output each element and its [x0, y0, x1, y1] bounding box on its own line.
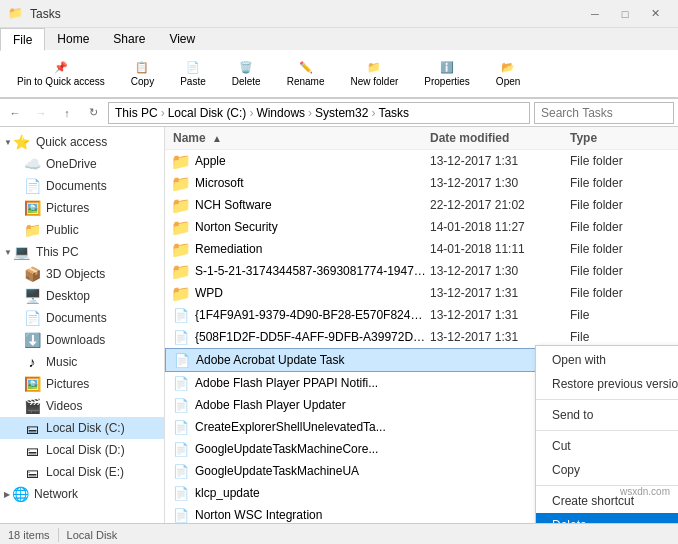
- tab-home[interactable]: Home: [45, 28, 101, 50]
- sidebar-item-local-disk-e[interactable]: 🖴 Local Disk (E:): [0, 461, 164, 483]
- table-row[interactable]: 📁 NCH Software 22-12-2017 21:02 File fol…: [165, 194, 678, 216]
- table-row[interactable]: 📁 S-1-5-21-3174344587-3693081774-194788.…: [165, 260, 678, 282]
- sidebar-item-onedrive[interactable]: ☁️ OneDrive: [0, 153, 164, 175]
- table-row[interactable]: 📄 {1F4F9A91-9379-4D90-BF28-E570F824A80..…: [165, 304, 678, 326]
- search-input[interactable]: [534, 102, 674, 124]
- ribbon-open-button[interactable]: 📂 Open: [487, 57, 529, 91]
- file-name: Adobe Flash Player PPAPI Notifi...: [195, 376, 430, 390]
- file-type: File folder: [570, 242, 670, 256]
- sidebar-group-network[interactable]: ▶ 🌐 Network: [0, 483, 164, 505]
- file-name: klcp_update: [195, 486, 430, 500]
- file-type: File folder: [570, 154, 670, 168]
- file-type: File folder: [570, 198, 670, 212]
- sidebar-label-pictures: Pictures: [46, 201, 89, 215]
- table-row[interactable]: 📁 Microsoft 13-12-2017 1:30 File folder: [165, 172, 678, 194]
- ribbon-paste-button[interactable]: 📄 Paste: [171, 57, 215, 91]
- folder-icon: 📁: [173, 153, 189, 169]
- sidebar-item-pictures-pc[interactable]: 🖼️ Pictures: [0, 373, 164, 395]
- sidebar-item-music[interactable]: ♪ Music: [0, 351, 164, 373]
- table-row[interactable]: 📁 WPD 13-12-2017 1:31 File folder: [165, 282, 678, 304]
- forward-button[interactable]: →: [30, 102, 52, 124]
- ctx-delete[interactable]: Delete: [536, 513, 678, 523]
- minimize-button[interactable]: ─: [580, 3, 610, 25]
- sidebar-label-local-disk-e: Local Disk (E:): [46, 465, 124, 479]
- 3d-objects-icon: 📦: [24, 266, 40, 282]
- file-name: NCH Software: [195, 198, 430, 212]
- ctx-restore-versions[interactable]: Restore previous versions: [536, 372, 678, 396]
- file-type: File: [570, 330, 670, 344]
- sidebar-item-documents[interactable]: 📄 Documents: [0, 175, 164, 197]
- col-header-name[interactable]: Name ▲: [173, 131, 430, 145]
- ribbon-pin-button[interactable]: 📌 Pin to Quick access: [8, 57, 114, 91]
- file-icon: 📄: [173, 419, 189, 435]
- file-icon: 📄: [173, 485, 189, 501]
- sidebar-label-desktop: Desktop: [46, 289, 90, 303]
- sidebar-label-downloads: Downloads: [46, 333, 105, 347]
- sidebar-label-local-disk-d: Local Disk (D:): [46, 443, 125, 457]
- table-row[interactable]: 📁 Remediation 14-01-2018 11:11 File fold…: [165, 238, 678, 260]
- desktop-icon: 🖥️: [24, 288, 40, 304]
- sidebar: ▼ ⭐ Quick access ☁️ OneDrive 📄 Documents…: [0, 127, 165, 523]
- ctx-send-to[interactable]: Send to ›: [536, 403, 678, 427]
- ctx-copy[interactable]: Copy: [536, 458, 678, 482]
- ribbon-properties-button[interactable]: ℹ️ Properties: [415, 57, 479, 91]
- ribbon-rename-button[interactable]: ✏️ Rename: [278, 57, 334, 91]
- address-bar: ← → ↑ ↻ This PC › Local Disk (C:) › Wind…: [0, 99, 678, 127]
- file-type: File folder: [570, 220, 670, 234]
- sidebar-label-pictures-pc: Pictures: [46, 377, 89, 391]
- title-bar-title: Tasks: [30, 7, 61, 21]
- col-header-date[interactable]: Date modified: [430, 131, 570, 145]
- tab-view[interactable]: View: [157, 28, 207, 50]
- table-row[interactable]: 📁 Apple 13-12-2017 1:31 File folder: [165, 150, 678, 172]
- file-type: File: [570, 308, 670, 322]
- ctx-cut[interactable]: Cut: [536, 434, 678, 458]
- ctx-separator: [536, 399, 678, 400]
- title-bar-icon: 📁: [8, 6, 24, 22]
- folder-icon: 📁: [173, 219, 189, 235]
- main-area: ▼ ⭐ Quick access ☁️ OneDrive 📄 Documents…: [0, 127, 678, 523]
- ctx-separator: [536, 430, 678, 431]
- sidebar-item-pictures[interactable]: 🖼️ Pictures: [0, 197, 164, 219]
- sidebar-item-documents-pc[interactable]: 📄 Documents: [0, 307, 164, 329]
- maximize-button[interactable]: □: [610, 3, 640, 25]
- tab-file[interactable]: File: [0, 28, 45, 51]
- file-name: WPD: [195, 286, 430, 300]
- address-path[interactable]: This PC › Local Disk (C:) › Windows › Sy…: [108, 102, 530, 124]
- file-date: 13-12-2017 1:31: [430, 154, 570, 168]
- close-button[interactable]: ✕: [640, 3, 670, 25]
- file-date: 13-12-2017 1:31: [430, 330, 570, 344]
- file-name: {1F4F9A91-9379-4D90-BF28-E570F824A80...: [195, 308, 430, 322]
- ribbon-delete-button[interactable]: 🗑️ Delete: [223, 57, 270, 91]
- sidebar-group-this-pc[interactable]: ▼ 💻 This PC: [0, 241, 164, 263]
- cloud-icon: ☁️: [24, 156, 40, 172]
- sidebar-item-desktop[interactable]: 🖥️ Desktop: [0, 285, 164, 307]
- sidebar-item-public[interactable]: 📁 Public: [0, 219, 164, 241]
- status-item-count: 18 items: [8, 529, 50, 541]
- public-icon: 📁: [24, 222, 40, 238]
- ribbon-new-folder-button[interactable]: 📁 New folder: [341, 57, 407, 91]
- ctx-open-with[interactable]: Open with ›: [536, 348, 678, 372]
- file-icon: 📄: [173, 329, 189, 345]
- sidebar-item-local-disk-c[interactable]: 🖴 Local Disk (C:): [0, 417, 164, 439]
- sidebar-group-quick-access[interactable]: ▼ ⭐ Quick access: [0, 131, 164, 153]
- file-icon: 📄: [173, 307, 189, 323]
- sidebar-item-downloads[interactable]: ⬇️ Downloads: [0, 329, 164, 351]
- refresh-button[interactable]: ↻: [82, 102, 104, 124]
- chevron-down-icon: ▼: [4, 248, 12, 257]
- col-header-type[interactable]: Type: [570, 131, 670, 145]
- tab-share[interactable]: Share: [101, 28, 157, 50]
- ribbon-tabs: File Home Share View: [0, 28, 678, 50]
- folder-icon: 📁: [173, 175, 189, 191]
- sidebar-label-videos: Videos: [46, 399, 82, 413]
- computer-icon: 💻: [14, 244, 30, 260]
- sidebar-item-videos[interactable]: 🎬 Videos: [0, 395, 164, 417]
- sidebar-item-local-disk-d[interactable]: 🖴 Local Disk (D:): [0, 439, 164, 461]
- ribbon-copy-button[interactable]: 📋 Copy: [122, 57, 163, 91]
- file-icon: 📄: [173, 507, 189, 523]
- sidebar-item-3d-objects[interactable]: 📦 3D Objects: [0, 263, 164, 285]
- up-button[interactable]: ↑: [56, 102, 78, 124]
- table-row[interactable]: 📁 Norton Security 14-01-2018 11:27 File …: [165, 216, 678, 238]
- back-button[interactable]: ←: [4, 102, 26, 124]
- file-name: GoogleUpdateTaskMachineCore...: [195, 442, 430, 456]
- local-disk-c-icon: 🖴: [24, 420, 40, 436]
